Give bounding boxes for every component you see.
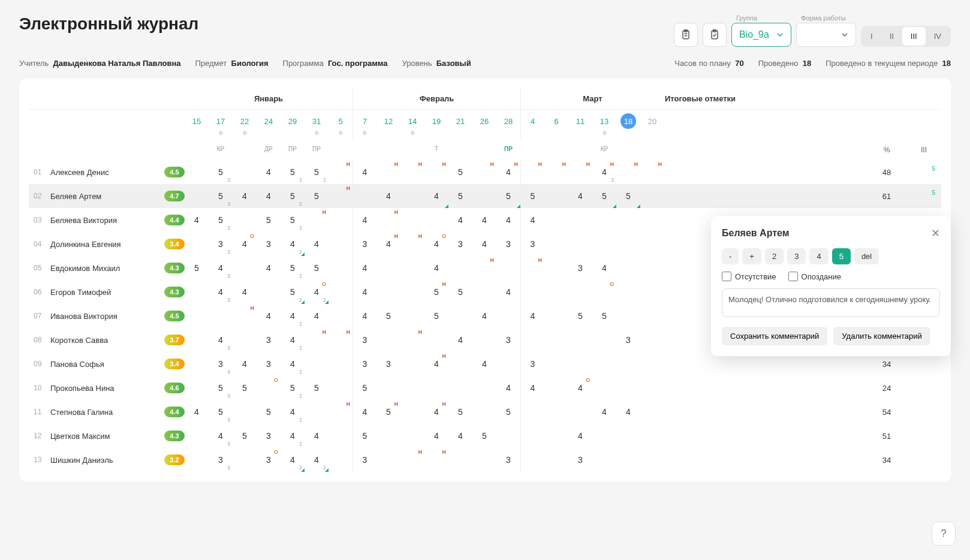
grade-cell[interactable]: Н xyxy=(329,160,353,184)
grade-cell[interactable]: 5 xyxy=(448,280,472,304)
grade-cell[interactable]: 4 xyxy=(496,208,520,232)
date-header[interactable]: 6 xyxy=(549,113,564,129)
grade-cell[interactable] xyxy=(257,280,281,304)
grade-cell[interactable]: Н xyxy=(329,400,353,424)
grade-cell[interactable]: 5 xyxy=(496,400,520,424)
grade-cell[interactable]: 4 xyxy=(592,400,616,424)
grade-cell[interactable]: Н xyxy=(472,160,496,184)
grade-cell[interactable]: 5 xyxy=(257,208,281,232)
student-name[interactable]: Беляева Виктория xyxy=(50,216,158,225)
grade-cell[interactable]: 4 xyxy=(257,160,281,184)
student-name[interactable]: Иванова Виктория xyxy=(50,312,158,321)
grade-cell[interactable] xyxy=(640,448,664,472)
grade-btn-2[interactable]: 2 xyxy=(765,248,784,264)
grade-cell[interactable]: 4 xyxy=(305,304,329,328)
grade-cell[interactable] xyxy=(640,184,664,208)
grade-cell[interactable]: 33 xyxy=(209,352,233,376)
grade-cell[interactable]: 4Н xyxy=(376,232,400,256)
grade-cell[interactable] xyxy=(233,256,257,280)
grade-cell[interactable] xyxy=(640,256,664,280)
grade-cell[interactable]: 4 xyxy=(424,184,448,208)
grade-cell[interactable]: 42 xyxy=(281,328,305,352)
grade-cell[interactable] xyxy=(424,328,448,352)
grade-cell[interactable] xyxy=(640,208,664,232)
grade-cell[interactable] xyxy=(376,424,400,448)
student-name[interactable]: Егоров Тимофей xyxy=(50,288,158,297)
grade-cell[interactable]: 4 xyxy=(233,352,257,376)
grade-cell[interactable]: 5Н xyxy=(376,400,400,424)
grade-cell[interactable]: 42 xyxy=(281,232,305,256)
grade-cell[interactable]: 4 xyxy=(305,232,329,256)
grade-cell[interactable]: 3 xyxy=(257,328,281,352)
grade-cell[interactable]: 4Н xyxy=(496,160,520,184)
grade-cell[interactable]: 52 xyxy=(281,280,305,304)
grade-cell[interactable] xyxy=(640,304,664,328)
grade-cell[interactable]: 5 xyxy=(592,184,616,208)
clipboard-icon[interactable] xyxy=(674,23,698,47)
grade-btn-3[interactable]: 3 xyxy=(787,248,806,264)
grade-cell[interactable]: 3О xyxy=(257,448,281,472)
grade-cell[interactable]: 3 xyxy=(376,352,400,376)
grade-cell[interactable] xyxy=(640,424,664,448)
grade-cell[interactable]: Н xyxy=(640,160,664,184)
grade-cell[interactable]: 4О xyxy=(233,232,257,256)
grade-cell[interactable]: 53 xyxy=(209,208,233,232)
comment-input[interactable] xyxy=(722,288,940,317)
grade-cell[interactable] xyxy=(400,352,424,376)
grade-cell[interactable] xyxy=(400,304,424,328)
grade-cell[interactable] xyxy=(640,328,664,352)
grade-cell[interactable] xyxy=(616,424,640,448)
grade-cell[interactable]: Н xyxy=(376,208,400,232)
grade-cell[interactable]: 33 xyxy=(209,232,233,256)
grade-cell[interactable] xyxy=(592,352,616,376)
grade-cell[interactable] xyxy=(592,424,616,448)
grade-cell[interactable]: 4 xyxy=(472,352,496,376)
grade-cell[interactable]: 4 xyxy=(233,280,257,304)
grade-cell[interactable]: 4О xyxy=(568,376,592,400)
grade-cell[interactable]: 3 xyxy=(257,424,281,448)
grade-cell[interactable] xyxy=(424,208,448,232)
grade-cell[interactable] xyxy=(376,256,400,280)
grade-cell[interactable] xyxy=(544,184,568,208)
grade-cell[interactable]: Н xyxy=(424,160,448,184)
grade-cell[interactable]: 5 xyxy=(376,304,400,328)
grade-cell[interactable] xyxy=(329,424,353,448)
grade-cell[interactable] xyxy=(305,352,329,376)
grade-cell[interactable]: 4 xyxy=(472,232,496,256)
grade-cell[interactable] xyxy=(185,280,209,304)
grade-cell[interactable]: 4 xyxy=(520,208,544,232)
date-header[interactable]: 13 xyxy=(597,113,612,129)
grade-cell[interactable] xyxy=(592,208,616,232)
close-icon[interactable]: ✕ xyxy=(931,227,940,240)
grade-cell[interactable]: 5 xyxy=(472,424,496,448)
grade-cell[interactable]: 4 xyxy=(592,256,616,280)
grade-cell[interactable] xyxy=(472,328,496,352)
date-header[interactable]: 7 xyxy=(357,113,373,129)
grade-cell[interactable] xyxy=(376,280,400,304)
grade-cell[interactable] xyxy=(376,328,400,352)
grade-cell[interactable]: Н xyxy=(472,256,496,280)
grade-cell[interactable]: 4 xyxy=(448,328,472,352)
date-header[interactable]: 21 xyxy=(453,113,468,129)
date-header[interactable]: 4 xyxy=(525,113,541,129)
grade-cell[interactable] xyxy=(329,208,353,232)
grade-cell[interactable] xyxy=(544,208,568,232)
grade-cell[interactable] xyxy=(520,328,544,352)
grade-cell[interactable] xyxy=(400,280,424,304)
grade-cell[interactable] xyxy=(185,160,209,184)
grade-cell[interactable] xyxy=(329,304,353,328)
grade-cell[interactable] xyxy=(472,280,496,304)
grade-cell[interactable]: Н xyxy=(400,232,424,256)
grade-cell[interactable] xyxy=(568,352,592,376)
student-name[interactable]: Цветков Максим xyxy=(50,432,158,441)
grade-cell[interactable]: 42 xyxy=(305,448,329,472)
grade-cell[interactable] xyxy=(568,328,592,352)
absence-checkbox[interactable]: Отсутствие xyxy=(722,272,776,281)
grade-cell[interactable] xyxy=(472,400,496,424)
grade-cell[interactable] xyxy=(329,232,353,256)
grade-btn-del[interactable]: del xyxy=(854,248,879,264)
grade-cell[interactable] xyxy=(544,328,568,352)
grade-cell[interactable]: 3 xyxy=(257,232,281,256)
grade-cell[interactable]: 4 xyxy=(353,280,376,304)
grade-cell[interactable]: Н xyxy=(400,328,424,352)
